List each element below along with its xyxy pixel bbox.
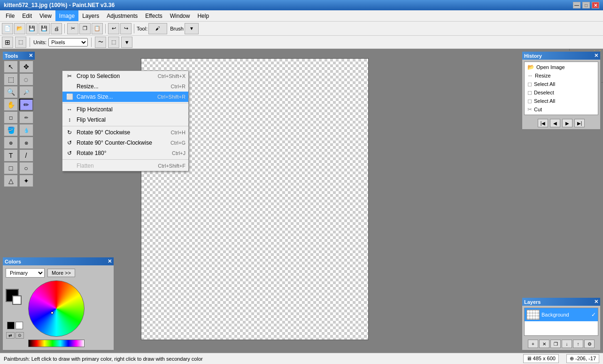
curve-tool[interactable]: 〜 — [95, 37, 106, 48]
history-resize-icon: ↔ — [527, 72, 533, 79]
copy-button[interactable]: ❐ — [79, 23, 91, 34]
tool-zoom-out[interactable]: 🔎 — [19, 86, 33, 98]
tool-text[interactable]: T — [4, 149, 18, 162]
tool-select-lasso[interactable]: ◌ — [19, 73, 33, 85]
main-toolbar: 📄 📂 💾 💾 🖨 ✂ ❐ 📋 ↩ ↪ Tool: 🖌 Brush ▼ — [0, 22, 603, 36]
layer-down-btn[interactable]: ↓ — [562, 340, 572, 348]
menu-view[interactable]: View — [36, 10, 55, 21]
paste-button[interactable]: 📋 — [92, 23, 103, 34]
units-select[interactable]: Pixels Inches Centimeters — [48, 38, 88, 46]
primary-color-swatch[interactable] — [6, 289, 19, 302]
save-button[interactable]: 💾 — [26, 23, 38, 34]
tool-move[interactable]: ✥ — [19, 61, 33, 73]
colors-close[interactable]: ✕ — [108, 258, 112, 264]
more-colors-btn[interactable]: More >> — [47, 269, 75, 277]
layer-duplicate-btn[interactable]: ❐ — [550, 340, 561, 348]
color-mode-select[interactable]: Primary Secondary — [6, 268, 45, 278]
maximize-button[interactable]: □ — [582, 2, 590, 8]
secondary-color-swatch[interactable] — [12, 295, 22, 305]
menu-rotate-180[interactable]: ↺ Rotate 180° Ctrl+J — [62, 148, 188, 158]
menu-window[interactable]: Window — [166, 10, 194, 21]
cut-button[interactable]: ✂ — [67, 23, 78, 34]
color-swatches: ⇄ ⊙ — [6, 289, 24, 339]
menu-effects[interactable]: Effects — [141, 10, 166, 21]
color-wheel[interactable] — [28, 280, 85, 337]
menu-edit[interactable]: Edit — [18, 10, 36, 21]
tool-pan[interactable]: ✋ — [4, 99, 18, 111]
tool-ellipse[interactable]: ○ — [19, 162, 33, 174]
layer-item[interactable]: Background ✓ — [525, 308, 598, 321]
tool-clone[interactable]: ⊕ — [4, 137, 18, 149]
layer-up-btn[interactable]: ↑ — [573, 340, 583, 348]
tools-panel-close[interactable]: ✕ — [29, 53, 33, 59]
swap-colors-btn[interactable]: ⇄ — [6, 332, 15, 339]
open-button[interactable]: 📂 — [14, 23, 25, 34]
menu-canvas-size[interactable]: ⬜ Canvas Size... Ctrl+Shift+R — [62, 92, 188, 102]
history-item[interactable]: 📂 Open Image — [526, 63, 597, 71]
history-next-btn[interactable]: ▶ — [562, 119, 572, 127]
layer-add-btn[interactable]: + — [528, 340, 538, 348]
history-close[interactable]: ✕ — [594, 53, 598, 59]
menu-separator-3 — [62, 159, 188, 160]
tool-fill[interactable]: 🪣 — [4, 124, 18, 136]
tool-triangle[interactable]: △ — [4, 175, 18, 187]
tool-select-rect[interactable]: ⬚ — [4, 73, 18, 85]
redo-button[interactable]: ↪ — [120, 23, 131, 34]
tool-pencil[interactable]: ✏ — [19, 111, 33, 124]
menu-rotate-cw[interactable]: ↻ Rotate 90° Clockwise Ctrl+H — [62, 127, 188, 138]
tools-grid: ↖ ✥ ⬚ ◌ 🔍 🔎 ✋ ✏ ◻ ✏ 🪣 💧 ⊕ ⊗ T / □ ○ △ ✦ — [3, 60, 35, 188]
history-prev-btn[interactable]: ◀ — [550, 119, 560, 127]
grid-button[interactable]: ⊞ — [2, 37, 13, 48]
app-title: kitten572_13.jpg (100%) - Paint.NET v3.3… — [4, 2, 115, 8]
menu-resize[interactable]: Resize... Ctrl+R — [62, 81, 188, 92]
tool-color-pick[interactable]: 💧 — [19, 124, 33, 136]
layer-delete-btn[interactable]: ✕ — [539, 340, 549, 348]
shape-dropdown[interactable]: ▼ — [121, 37, 132, 48]
mouse-coords: -206, -17 — [575, 356, 596, 361]
brush-selector[interactable]: ▼ — [185, 23, 199, 34]
layer-visible-check[interactable]: ✓ — [591, 311, 596, 318]
color-strip[interactable] — [28, 340, 85, 347]
history-item[interactable]: ◻ Select All — [526, 80, 597, 88]
menu-file[interactable]: File — [2, 10, 18, 21]
new-button[interactable]: 📄 — [2, 23, 13, 34]
menu-rotate-ccw[interactable]: ↺ Rotate 90° Counter-Clockwise Ctrl+G — [62, 138, 188, 148]
tool-paintbrush[interactable]: ✏ — [19, 99, 33, 111]
close-button[interactable]: ✕ — [592, 2, 599, 8]
save-as-button[interactable]: 💾 — [39, 23, 50, 34]
menu-crop[interactable]: ✂ Crop to Selection Ctrl+Shift+X — [62, 71, 188, 81]
history-item[interactable]: ↔ Resize — [526, 71, 597, 80]
reset-colors-btn[interactable]: ⊙ — [15, 332, 24, 339]
flatten-label: Flatten — [77, 163, 155, 169]
menu-layers[interactable]: Layers — [78, 10, 103, 21]
history-panel: History ✕ 📂 Open Image ↔ Resize ◻ Select… — [521, 51, 601, 130]
layers-title: Layers — [524, 299, 541, 305]
history-last-btn[interactable]: ▶| — [574, 119, 585, 127]
tool-shapes[interactable]: □ — [4, 162, 18, 174]
tool-line[interactable]: / — [19, 149, 33, 162]
brush-label: Brush — [170, 26, 184, 31]
menu-flip-h[interactable]: ↔ Flip Horizontal — [62, 104, 188, 115]
layers-close[interactable]: ✕ — [594, 299, 598, 305]
tool-eraser[interactable]: ◻ — [4, 111, 18, 124]
history-item[interactable]: ✂ Cut — [526, 105, 597, 114]
tool-arrow[interactable]: ↖ — [4, 61, 18, 73]
history-first-btn[interactable]: |◀ — [538, 119, 548, 127]
tool-recolor[interactable]: ⊗ — [19, 137, 33, 149]
tool-selector[interactable]: 🖌 — [148, 23, 167, 34]
print-button[interactable]: 🖨 — [51, 23, 62, 34]
history-item[interactable]: ◻ Select All — [526, 97, 597, 105]
minimize-button[interactable]: — — [573, 2, 580, 8]
menu-adjustments[interactable]: Adjustments — [103, 10, 141, 21]
menu-help[interactable]: Help — [193, 10, 213, 21]
tool-star[interactable]: ✦ — [19, 175, 33, 187]
shape-tool[interactable]: ⬚ — [108, 37, 119, 48]
history-item[interactable]: ◻ Deselect — [526, 88, 597, 97]
menu-image[interactable]: Image — [55, 10, 78, 21]
menu-flip-v[interactable]: ↕ Flip Vertical — [62, 115, 188, 125]
canvas-size-shortcut: Ctrl+Shift+R — [157, 94, 186, 100]
undo-button[interactable]: ↩ — [108, 23, 119, 34]
tool-zoom-in[interactable]: 🔍 — [4, 86, 18, 98]
layer-props-btn[interactable]: ⚙ — [584, 340, 595, 348]
view-button[interactable]: ⬚ — [15, 37, 26, 48]
